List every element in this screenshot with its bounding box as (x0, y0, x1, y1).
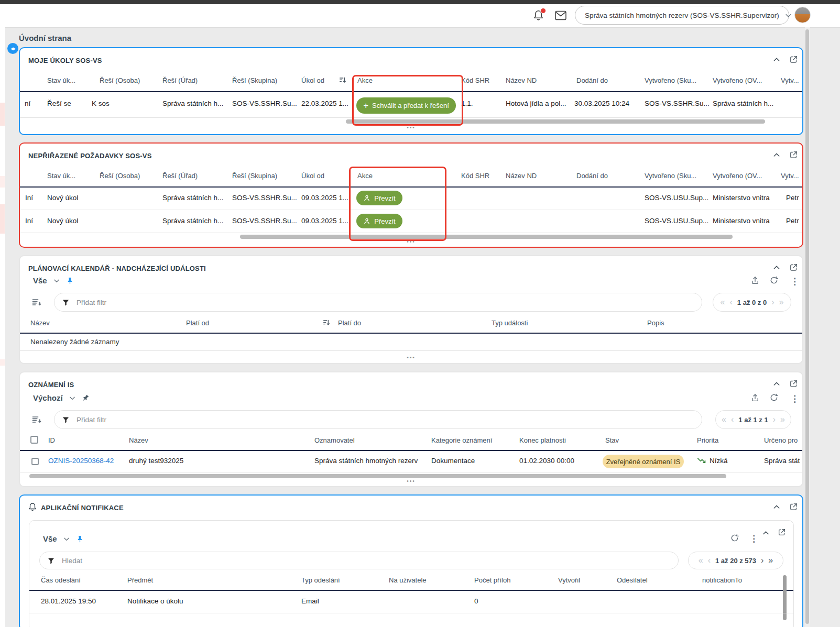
col-resi-osoba[interactable]: Řeší (Osoba) (100, 172, 140, 180)
view-selector[interactable]: Vše (43, 534, 84, 543)
col-kod-shr[interactable]: Kód SHR (461, 76, 489, 84)
expand-panel-icon[interactable] (789, 263, 798, 272)
col-ukol-od[interactable]: Úkol od (301, 172, 324, 180)
prev-page-icon[interactable]: ‹ (729, 298, 732, 306)
filter-input[interactable] (75, 415, 694, 424)
code-widget-icon[interactable]: ◂▸ (7, 43, 18, 54)
mail-icon[interactable] (554, 10, 567, 20)
col-plati-od[interactable]: Platí od (186, 319, 209, 327)
col-notification-to[interactable]: notificationTo (702, 576, 742, 584)
next-page-icon[interactable]: › (771, 298, 774, 306)
collapse-panel-icon[interactable] (772, 503, 781, 511)
horizontal-scrollbar[interactable] (346, 119, 765, 124)
col-stav-ukolu[interactable]: Stav úk... (47, 76, 75, 84)
col-plati-do[interactable]: Platí do (338, 319, 361, 327)
expand-panel-icon[interactable] (789, 55, 798, 64)
avatar[interactable] (794, 7, 811, 23)
prev-page-icon[interactable]: ‹ (708, 556, 711, 565)
col-vytv[interactable]: Vytv... (781, 172, 799, 180)
expand-panel-icon[interactable] (789, 502, 798, 511)
col-resi-skupina[interactable]: Řeší (Skupina) (232, 76, 277, 84)
col-resi-skupina[interactable]: Řeší (Skupina) (232, 172, 277, 180)
col-konec-platnosti[interactable]: Konec platnosti (519, 436, 566, 444)
col-typ-odeslani[interactable]: Typ odeslání (301, 576, 340, 584)
last-page-icon[interactable]: » (768, 556, 773, 565)
page-scrollbar-thumb[interactable] (805, 29, 809, 624)
col-priorita[interactable]: Priorita (697, 436, 718, 444)
pin-icon[interactable] (66, 277, 74, 284)
col-nazev-nd[interactable]: Název ND (506, 76, 537, 84)
next-page-icon[interactable]: › (761, 556, 763, 565)
collapse-panel-icon[interactable] (772, 380, 781, 388)
expand-panel-icon[interactable] (789, 150, 798, 159)
col-oznamovatel[interactable]: Oznamovatel (314, 436, 355, 444)
kebab-menu-icon[interactable]: ⋮ (790, 394, 799, 403)
last-page-icon[interactable]: » (779, 298, 784, 306)
col-nazev-nd[interactable]: Název ND (506, 172, 537, 180)
export-icon[interactable] (750, 275, 760, 285)
prevzit-button[interactable]: Převzít (356, 214, 402, 228)
sort-options-icon[interactable] (31, 414, 42, 425)
col-resi-urad[interactable]: Řeší (Úřad) (162, 172, 198, 180)
col-vytvoreno-sku[interactable]: Vytvořeno (Sku... (645, 76, 696, 84)
export-icon[interactable] (750, 392, 760, 403)
filter-input[interactable] (75, 298, 694, 307)
col-vytvoreno-ov[interactable]: Vytvořeno (OV... (713, 76, 762, 84)
sort-descending-icon[interactable] (322, 318, 331, 327)
schvalit-predat-button[interactable]: + Schválit a předat k řešení (356, 97, 456, 114)
refresh-icon[interactable] (769, 393, 779, 402)
sort-descending-icon[interactable] (339, 76, 347, 84)
first-page-icon[interactable]: « (722, 415, 726, 424)
col-vytvoreno-ov[interactable]: Vytvořeno (OV... (713, 172, 762, 180)
view-selector[interactable]: Výchozí (33, 393, 90, 402)
col-id[interactable]: ID (48, 436, 55, 444)
cell-id-link[interactable]: OZNIS-20250368-42 (48, 457, 114, 465)
more-ellipsis[interactable]: ••• (20, 239, 802, 245)
col-odesilatel[interactable]: Odesílatel (617, 576, 648, 584)
prevzit-button[interactable]: Převzít (356, 191, 402, 205)
kebab-menu-icon[interactable]: ⋮ (749, 534, 758, 543)
col-ukol-od[interactable]: Úkol od (301, 76, 324, 84)
horizontal-scrollbar[interactable] (29, 474, 726, 478)
role-selector[interactable]: Správa státních hmotných rezerv (SOS-VS.… (575, 6, 789, 25)
expand-panel-icon[interactable] (778, 528, 786, 536)
col-nazev[interactable]: Název (129, 436, 148, 444)
kebab-menu-icon[interactable]: ⋮ (790, 277, 799, 286)
col-kod-shr[interactable]: Kód SHR (461, 172, 489, 180)
col-typ-udalosti[interactable]: Typ události (492, 319, 528, 327)
col-popis[interactable]: Popis (647, 319, 664, 327)
col-dodani-do[interactable]: Dodání do (576, 76, 608, 84)
col-pocet-priloh[interactable]: Počet příloh (474, 576, 510, 584)
col-resi-urad[interactable]: Řeší (Úřad) (162, 76, 198, 84)
view-selector[interactable]: Vše (33, 276, 74, 285)
col-stav[interactable]: Stav (605, 436, 619, 444)
prev-page-icon[interactable]: ‹ (731, 415, 734, 424)
more-ellipsis[interactable]: ••• (20, 355, 802, 360)
col-urceno-pro[interactable]: Určeno pro (764, 436, 798, 444)
pin-icon[interactable] (76, 535, 84, 543)
col-predmet[interactable]: Předmět (127, 576, 153, 584)
row-checkbox[interactable] (31, 458, 39, 465)
first-page-icon[interactable]: « (721, 298, 725, 306)
pin-icon[interactable] (80, 392, 91, 403)
collapse-panel-icon[interactable] (762, 529, 770, 537)
col-cas-odeslani[interactable]: Čas odeslání (41, 576, 81, 584)
last-page-icon[interactable]: » (780, 415, 785, 424)
refresh-icon[interactable] (769, 276, 779, 285)
refresh-icon[interactable] (730, 533, 739, 543)
col-dodani-do[interactable]: Dodání do (576, 172, 608, 180)
col-vytv[interactable]: Vytv... (781, 76, 799, 84)
next-page-icon[interactable]: › (773, 415, 776, 424)
col-resi-osoba[interactable]: Řeší (Osoba) (100, 76, 140, 84)
col-akce[interactable]: Akce (357, 76, 373, 84)
sort-options-icon[interactable] (31, 297, 42, 307)
col-stav-ukolu[interactable]: Stav úk... (47, 172, 75, 180)
col-vytvoril[interactable]: Vytvořil (558, 576, 580, 584)
col-na-uzivatele[interactable]: Na uživatele (389, 576, 427, 584)
collapse-panel-icon[interactable] (772, 263, 781, 272)
col-nazev[interactable]: Název (30, 319, 50, 327)
expand-panel-icon[interactable] (789, 379, 798, 388)
vertical-scrollbar[interactable] (783, 575, 787, 620)
more-ellipsis[interactable]: ••• (20, 125, 802, 130)
col-kategorie[interactable]: Kategorie oznámení (431, 436, 492, 444)
